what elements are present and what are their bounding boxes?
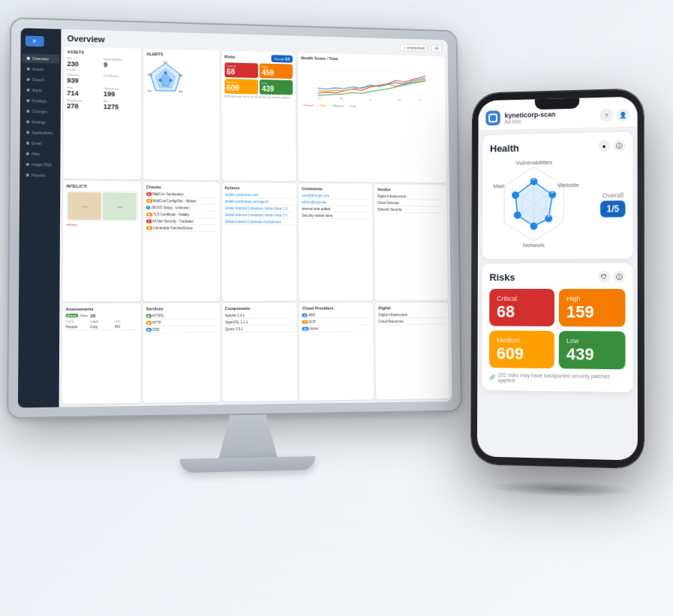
risk-value: 439 bbox=[566, 346, 618, 363]
nav-dot-icon bbox=[26, 142, 29, 145]
asset-run1: Run 714 bbox=[67, 86, 102, 98]
unchecked-button[interactable]: + Unchecked bbox=[400, 44, 428, 52]
list-item: C MailCon Sanitization bbox=[146, 192, 217, 199]
desktop-monitor: P Overview Assets Se bbox=[8, 19, 476, 543]
services-list: ▶ HTTPS ▶ HTTP ▶ SSH bbox=[146, 313, 217, 333]
health-radar-chart: 1 2 2 Vulnerabilities Websites Network M… bbox=[490, 158, 579, 248]
list-item: 340 bbox=[114, 324, 137, 330]
comments-card: Comments user@domain.com admin@corp.net … bbox=[299, 184, 373, 301]
phone-header-text: kyneticorp-scan Ad Hoc bbox=[505, 110, 596, 125]
list-item: ▶ SSH bbox=[146, 326, 217, 333]
health-section-header: Health ● ⓘ bbox=[490, 140, 625, 154]
asset-ips: IPs 230 8 total bbox=[67, 56, 102, 72]
overall-container: Overall 1/5 bbox=[600, 191, 625, 217]
asset-label: Certificates bbox=[104, 74, 138, 78]
checks-card: Checks C MailCon Sanitization W MailCon/… bbox=[143, 182, 220, 301]
list-item[interactable]: mobile.ourdomain.com bbox=[224, 193, 293, 200]
alerts-card: ALERTS Vuln bbox=[143, 49, 220, 181]
list-item: OpenSSL 1.1.1 bbox=[225, 319, 294, 326]
list-item: Network Security bbox=[377, 207, 444, 214]
asset-outscreens: Outscreens 199 bbox=[104, 86, 138, 98]
sidebar-item-changes[interactable]: Changes bbox=[22, 107, 59, 116]
col-label: NAME bbox=[90, 320, 113, 323]
intel-img-1: img bbox=[68, 193, 101, 221]
list-item: A AWS bbox=[302, 312, 371, 318]
page-title: Overview bbox=[68, 34, 105, 44]
list-item: C All Site Security - Outdated bbox=[146, 219, 217, 226]
badge: Active bbox=[66, 314, 79, 317]
list-item: Security review done bbox=[302, 213, 369, 220]
phone-app-logo bbox=[485, 110, 500, 125]
sidebar-item-search[interactable]: Search bbox=[22, 75, 59, 85]
legend-low: ─ Low bbox=[348, 104, 356, 108]
asset-value: 714 bbox=[67, 89, 102, 98]
actions-card: Actions mobile.ourdomain.com mobile.ourd… bbox=[221, 183, 297, 301]
list-item[interactable]: Global Internal Containers Admin Area 1.… bbox=[224, 206, 293, 212]
overall-label: Overall bbox=[602, 191, 624, 199]
checks-list: C MailCon Sanitization W MailCon/Config/… bbox=[146, 192, 217, 233]
sidebar-item-overview[interactable]: Overview bbox=[22, 54, 59, 64]
list-item: G GCP bbox=[302, 319, 371, 325]
list-item[interactable]: Global Internal Containers Admin Area 2.… bbox=[224, 212, 293, 219]
all-button[interactable]: All bbox=[431, 45, 442, 53]
health-section: Health ● ⓘ bbox=[482, 132, 633, 260]
list-item[interactable]: mobile.ourdomain.com/api/v2 bbox=[224, 199, 293, 206]
asset-value: 939 bbox=[67, 77, 102, 85]
col-label: TOC bbox=[114, 319, 137, 323]
dashboard-grid: ASSETS IPs 230 8 total Vulnerabilities bbox=[62, 47, 449, 404]
user-avatar-button[interactable]: 👤 bbox=[616, 108, 629, 122]
info-button[interactable]: ? bbox=[599, 108, 613, 122]
list-item: jQuery 3.5.1 bbox=[225, 326, 294, 332]
info-icon[interactable]: ⓘ bbox=[613, 140, 625, 152]
risk-label: High bbox=[262, 65, 291, 69]
asset-certs: Certificates bbox=[104, 74, 138, 86]
health-icons: ● ⓘ bbox=[598, 140, 625, 152]
monitor-base bbox=[180, 456, 316, 473]
list-item: W TLS Certificate - Validity bbox=[146, 212, 217, 219]
list-item: Az Azure bbox=[302, 326, 371, 332]
intel-status: ● Active bbox=[66, 223, 137, 227]
assessment-count: 26 bbox=[90, 314, 95, 318]
svg-text:Dec: Dec bbox=[419, 99, 423, 102]
svg-line-11 bbox=[318, 70, 426, 73]
sidebar-item-settings[interactable]: Settings bbox=[22, 117, 59, 127]
sidebar-item-alerts[interactable]: Alerts bbox=[22, 86, 59, 95]
cloud-title: Cloud Providers bbox=[302, 305, 371, 310]
chart-card: Health Score / Time bbox=[298, 53, 446, 183]
risk-value: 159 bbox=[566, 304, 617, 320]
cloud-list: A AWS G GCP Az Azure bbox=[302, 312, 371, 332]
assessments-title: Assessments bbox=[66, 306, 138, 311]
risks-card: Risks Overall 1/3 Critical 68 bbox=[221, 50, 296, 181]
list-item: Cloud Resources bbox=[378, 318, 445, 324]
sidebar-item-reports[interactable]: Reports bbox=[21, 170, 59, 180]
sidebar-item-findings[interactable]: Findings bbox=[22, 96, 59, 106]
svg-text:Net: Net bbox=[148, 89, 152, 92]
asset-value: 1275 bbox=[104, 103, 138, 111]
checks-title: Checks bbox=[146, 185, 216, 190]
nav-dot-icon bbox=[26, 110, 29, 113]
sidebar-item-image-dns[interactable]: Image DNS bbox=[21, 160, 59, 170]
list-item[interactable]: Global Internal Corporate Architecture bbox=[224, 219, 293, 226]
list-item: Digital Infrastructure bbox=[378, 312, 445, 318]
actions-list: mobile.ourdomain.com mobile.ourdomain.co… bbox=[224, 193, 293, 226]
alerts-card-title: ALERTS bbox=[146, 52, 216, 58]
phone-notch bbox=[535, 98, 579, 110]
sidebar-item-apps[interactable]: Applications bbox=[22, 128, 59, 137]
risks-note: 2024 links may link to the actual securi… bbox=[224, 95, 293, 100]
main-content: Overview + Unchecked All ASSETS bbox=[59, 29, 452, 407]
sidebar-item-email[interactable]: Email bbox=[22, 138, 59, 148]
asset-run2: Run 1275 bbox=[104, 99, 138, 111]
nav-dot-icon bbox=[27, 57, 30, 60]
sidebar-item-assets[interactable]: Assets bbox=[22, 65, 59, 74]
asset-value: 9 bbox=[104, 61, 138, 69]
nav-dot-icon bbox=[26, 131, 29, 134]
sidebar-item-files[interactable]: Files bbox=[22, 149, 59, 159]
asset-vuln: Vulnerabilities 9 bbox=[104, 57, 138, 73]
comments-title: Comments bbox=[302, 187, 369, 192]
risk-label: Medium bbox=[497, 336, 547, 344]
risks-section-header: Risks 🛡 ⓘ bbox=[489, 271, 625, 283]
risks-info-icon[interactable]: ⓘ bbox=[613, 271, 625, 283]
note-icon: 🔗 bbox=[489, 374, 496, 380]
services-card: Services ▶ HTTPS ▶ HTTP ▶ SS bbox=[143, 303, 220, 403]
list-item: W MailCon/Config/Sec - Malice bbox=[146, 199, 217, 206]
